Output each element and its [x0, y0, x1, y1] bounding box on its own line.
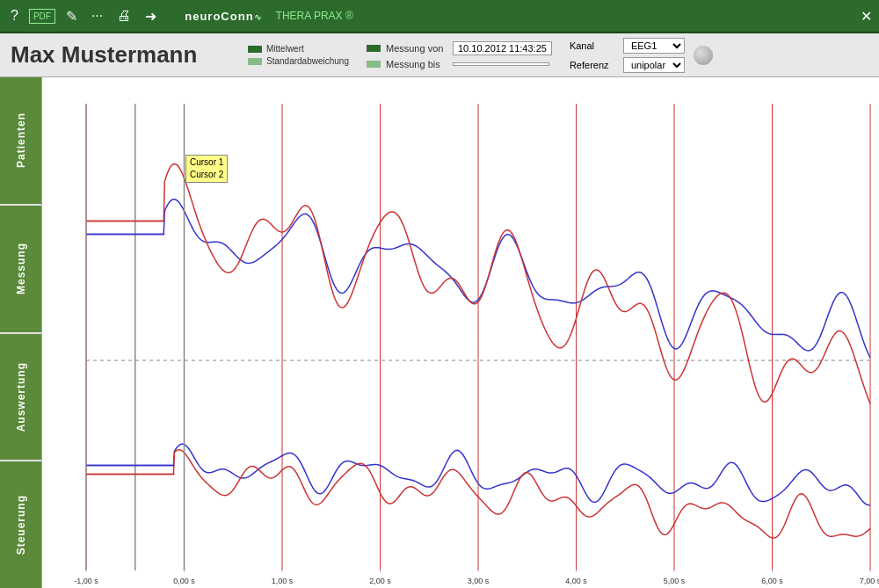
edit-icon[interactable]: ✎: [62, 6, 81, 26]
chart-container: FB -20 Cursor 1 Cursor 2 FB t=0s 31% 31%…: [42, 77, 879, 588]
eeg-chart-canvas: [42, 77, 879, 588]
messung-von-label: Messung von: [386, 43, 447, 54]
legend-color-std: [248, 58, 262, 65]
sidebar: Patienten Messung Auswertung Steuerung: [0, 77, 42, 588]
legend-std-label: Standardabweichung: [266, 56, 349, 66]
dots-icon[interactable]: ···: [88, 6, 106, 25]
cursor2-label: Cursor 2: [190, 169, 223, 181]
messung-von-color: [367, 45, 381, 52]
sidebar-patienten-label: Patienten: [15, 113, 27, 168]
sidebar-item-steuerung[interactable]: Steuerung: [0, 461, 41, 588]
header-row: Max Mustermann Mittelwert Standardabweic…: [0, 33, 879, 77]
kanal-row: Kanal EEG1: [570, 38, 685, 54]
legend-standardabweichung: Standardabweichung: [248, 56, 349, 66]
referenz-select[interactable]: unipolar: [623, 57, 685, 73]
sidebar-item-auswertung[interactable]: Auswertung: [0, 334, 41, 462]
header-fields: Messung von 10.10.2012 11:43:25 Messung …: [367, 41, 552, 69]
pdf-icon[interactable]: PDF: [29, 9, 55, 24]
legend-area: Mittelwert Standardabweichung: [248, 44, 349, 66]
arrow-icon[interactable]: ➜: [142, 6, 160, 26]
sidebar-messung-label: Messung: [15, 243, 27, 294]
cursor-tooltip: Cursor 1 Cursor 2: [185, 155, 228, 183]
neuro-conn-label: neuroConn: [185, 10, 253, 23]
cursor1-label: Cursor 1: [190, 156, 223, 169]
legend-mittelwert-label: Mittelwert: [266, 44, 304, 54]
messung-von-row: Messung von 10.10.2012 11:43:25: [367, 41, 552, 55]
legend-mittelwert: Mittelwert: [248, 44, 349, 54]
sidebar-steuerung-label: Steuerung: [15, 495, 27, 555]
kanal-select[interactable]: EEG1: [623, 38, 685, 54]
referenz-label: Referenz: [570, 60, 618, 70]
top-toolbar: ? PDF ✎ ··· 🖨 ➜ neuroConn∿ THERA PRAX ® …: [0, 0, 879, 33]
legend-color-mittelwert: [248, 46, 262, 53]
patient-name: Max Mustermann: [11, 41, 239, 69]
app-title: neuroConn∿: [185, 10, 261, 23]
kanal-label: Kanal: [570, 40, 618, 51]
header-right: Kanal EEG1 Referenz unipolar: [570, 38, 685, 73]
close-icon[interactable]: ✕: [861, 8, 872, 25]
sidebar-item-messung[interactable]: Messung: [0, 206, 41, 334]
status-orb: [694, 46, 713, 65]
messung-von-value: 10.10.2012 11:43:25: [453, 41, 552, 55]
messung-bis-value: [453, 62, 549, 66]
print-icon[interactable]: 🖨: [113, 6, 134, 25]
messung-bis-label: Messung bis: [386, 59, 447, 69]
messung-bis-color: [367, 61, 381, 68]
help-icon[interactable]: ?: [7, 6, 22, 25]
referenz-row: Referenz unipolar: [570, 57, 685, 73]
main-content: Patienten Messung Auswertung Steuerung F…: [0, 77, 879, 588]
sidebar-item-patienten[interactable]: Patienten: [0, 77, 41, 206]
app-subtitle: THERA PRAX ®: [276, 10, 353, 22]
sidebar-auswertung-label: Auswertung: [15, 362, 27, 432]
messung-bis-row: Messung bis: [367, 59, 552, 69]
